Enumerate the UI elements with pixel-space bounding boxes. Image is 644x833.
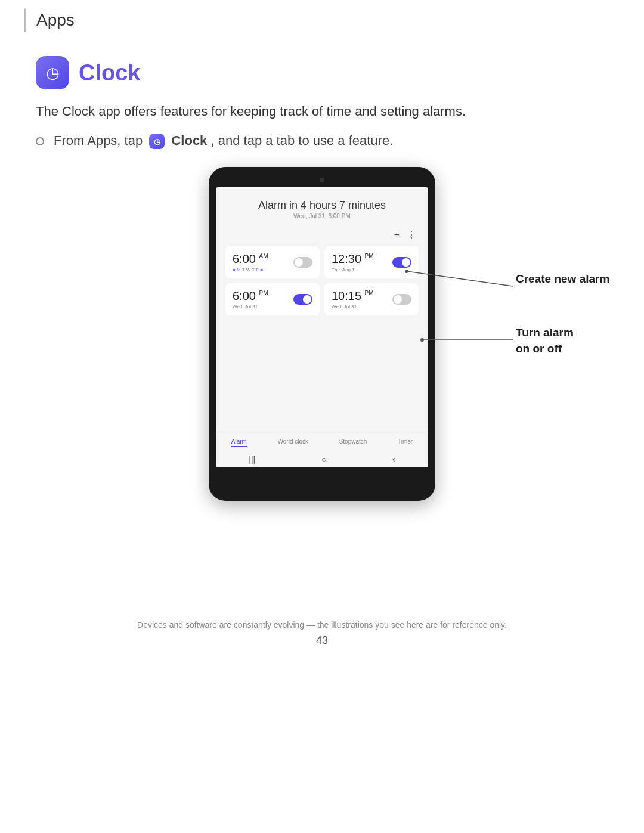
- alarm-card-2[interactable]: 12:30 PM Thu, Aug 1: [324, 246, 419, 278]
- alarm-toggle-2[interactable]: [392, 257, 411, 268]
- bullet-circle: [36, 137, 44, 145]
- alarm-date-4: Wed, Jul 31: [332, 304, 374, 309]
- instruction-appname: Clock: [171, 133, 207, 148]
- tab-bar: Alarm World clock Stopwatch Timer: [216, 433, 428, 450]
- turn-alarm-label: Turn alarmon or off: [516, 325, 574, 357]
- alarm-time-4: 10:15 PM: [332, 289, 374, 303]
- clock-app-icon: ◷: [36, 56, 69, 89]
- tab-alarm[interactable]: Alarm: [231, 438, 247, 447]
- footer-disclaimer: Devices and software are constantly evol…: [0, 620, 644, 630]
- toggle-knob-1: [295, 258, 303, 267]
- app-title: Clock: [79, 60, 140, 86]
- alarm-time-1: 6:00 AM: [233, 252, 268, 266]
- instruction-prefix: From Apps, tap ◷ Clock , and tap a tab t…: [54, 133, 393, 149]
- alarm-card-1[interactable]: 6:00 AM ■ M T W T F ■: [225, 246, 320, 278]
- clock-icon-symbol: ◷: [46, 64, 60, 82]
- instruction-suffix: , and tap a tab to use a feature.: [210, 133, 393, 148]
- page-number: 43: [0, 634, 644, 647]
- toggle-knob-3: [303, 295, 311, 304]
- alarm-time-block-2: 12:30 PM Thu, Aug 1: [332, 252, 374, 272]
- nav-back-icon[interactable]: ‹: [392, 454, 395, 464]
- alarm-subtext: Wed, Jul 31, 6:00 PM: [225, 213, 419, 219]
- footer: Devices and software are constantly evol…: [0, 620, 644, 647]
- alarm-toolbar: + ⋮: [225, 229, 419, 240]
- alarm-time-block-4: 10:15 PM Wed, Jul 31: [332, 289, 374, 309]
- app-title-section: ◷ Clock: [36, 56, 608, 89]
- alarm-toggle-1[interactable]: [293, 257, 312, 268]
- add-alarm-icon[interactable]: +: [394, 230, 400, 240]
- tablet-camera: [320, 178, 324, 182]
- description-text: The Clock app offers features for keepin…: [36, 101, 608, 121]
- nav-home-icon[interactable]: ○: [321, 454, 326, 464]
- alarm-toggle-3[interactable]: [293, 294, 312, 305]
- create-alarm-label: Create new alarm: [516, 271, 609, 287]
- inline-clock-icon: ◷: [149, 134, 165, 149]
- toggle-knob-4: [394, 295, 402, 304]
- alarm-header-text: Alarm in 4 hours 7 minutes: [225, 199, 419, 212]
- tablet-section: Alarm in 4 hours 7 minutes Wed, Jul 31, …: [0, 167, 644, 501]
- alarm-toggle-4[interactable]: [392, 294, 411, 305]
- instruction-row: From Apps, tap ◷ Clock , and tap a tab t…: [36, 133, 608, 149]
- alarm-time-block-3: 6:00 PM Wed, Jul 31: [233, 289, 268, 309]
- create-alarm-text: Create new alarm: [516, 272, 609, 285]
- screen-content: Alarm in 4 hours 7 minutes Wed, Jul 31, …: [216, 187, 428, 315]
- tablet-bottom-nav: Alarm World clock Stopwatch Timer ||| ○ …: [216, 433, 428, 467]
- more-options-icon[interactable]: ⋮: [407, 229, 416, 240]
- tablet-screen: Alarm in 4 hours 7 minutes Wed, Jul 31, …: [216, 187, 428, 467]
- alarm-grid: 6:00 AM ■ M T W T F ■ 12:30 PM Thu,: [225, 246, 419, 315]
- toggle-knob-2: [402, 258, 410, 267]
- tab-timer[interactable]: Timer: [398, 438, 413, 447]
- alarm-time-3: 6:00 PM: [233, 289, 268, 303]
- alarm-date-3: Wed, Jul 31: [233, 304, 268, 309]
- alarm-card-3[interactable]: 6:00 PM Wed, Jul 31: [225, 283, 320, 315]
- tab-stopwatch[interactable]: Stopwatch: [339, 438, 367, 447]
- tab-worldclock[interactable]: World clock: [278, 438, 309, 447]
- tablet-mockup: Alarm in 4 hours 7 minutes Wed, Jul 31, …: [209, 167, 435, 501]
- alarm-days-1: ■ M T W T F ■: [233, 267, 268, 272]
- alarm-time-2: 12:30 PM: [332, 252, 374, 266]
- alarm-card-4[interactable]: 10:15 PM Wed, Jul 31: [324, 283, 419, 315]
- alarm-date-2: Thu, Aug 1: [332, 267, 374, 272]
- nav-bar: ||| ○ ‹: [216, 450, 428, 467]
- breadcrumb-label: Apps: [36, 8, 75, 32]
- alarm-time-block-1: 6:00 AM ■ M T W T F ■: [233, 252, 268, 272]
- instruction-prefix-text: From Apps, tap: [54, 133, 143, 148]
- turn-alarm-text: Turn alarmon or off: [516, 326, 574, 355]
- nav-recents-icon[interactable]: |||: [249, 454, 255, 464]
